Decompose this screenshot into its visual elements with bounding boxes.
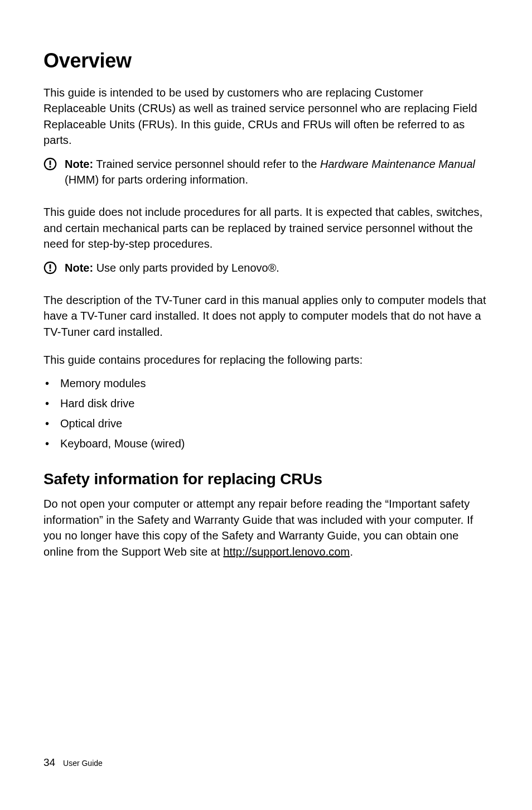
safety-text-after-link: . bbox=[350, 546, 353, 558]
heading-safety: Safety information for replacing CRUs bbox=[43, 470, 489, 488]
list-item: Memory modules bbox=[43, 375, 489, 391]
list-item: Keyboard, Mouse (wired) bbox=[43, 436, 489, 451]
parts-list: Memory modules Hard disk drive Optical d… bbox=[43, 375, 489, 451]
document-page: Overview This guide is intended to be us… bbox=[0, 0, 532, 810]
paragraph-3: The description of the TV-Tuner card in … bbox=[43, 292, 489, 340]
page-number: 34 bbox=[43, 756, 55, 768]
note-label: Note: bbox=[65, 262, 93, 274]
note-block-1: Note: Trained service personnel should r… bbox=[43, 156, 489, 188]
note-1-italic: Hardware Maintenance Manual bbox=[320, 158, 475, 170]
note-1-text: Note: Trained service personnel should r… bbox=[65, 156, 489, 188]
svg-rect-1 bbox=[50, 160, 51, 165]
support-link[interactable]: http://support.lenovo.com bbox=[223, 546, 350, 558]
note-2-body: Use only parts provided by Lenovo®. bbox=[93, 262, 279, 274]
note-2-text: Note: Use only parts provided by Lenovo®… bbox=[65, 260, 279, 276]
heading-overview: Overview bbox=[43, 49, 489, 73]
note-label: Note: bbox=[65, 158, 93, 170]
note-1-suffix: (HMM) for parts ordering information. bbox=[65, 173, 248, 186]
paragraph-4: This guide contains procedures for repla… bbox=[43, 352, 489, 368]
attention-icon bbox=[43, 261, 57, 274]
note-1-prefix: Trained service personnel should refer t… bbox=[93, 158, 320, 170]
svg-rect-4 bbox=[50, 264, 51, 268]
footer-label: User Guide bbox=[63, 759, 103, 768]
note-block-2: Note: Use only parts provided by Lenovo®… bbox=[43, 260, 489, 276]
page-footer: 34 User Guide bbox=[43, 756, 103, 769]
intro-paragraph: This guide is intended to be used by cus… bbox=[43, 85, 489, 148]
attention-icon bbox=[43, 157, 57, 171]
svg-rect-5 bbox=[50, 269, 51, 271]
svg-rect-2 bbox=[50, 166, 51, 167]
paragraph-2: This guide does not include procedures f… bbox=[43, 204, 489, 252]
list-item: Optical drive bbox=[43, 416, 489, 431]
list-item: Hard disk drive bbox=[43, 396, 489, 411]
safety-paragraph: Do not open your computer or attempt any… bbox=[43, 496, 489, 560]
